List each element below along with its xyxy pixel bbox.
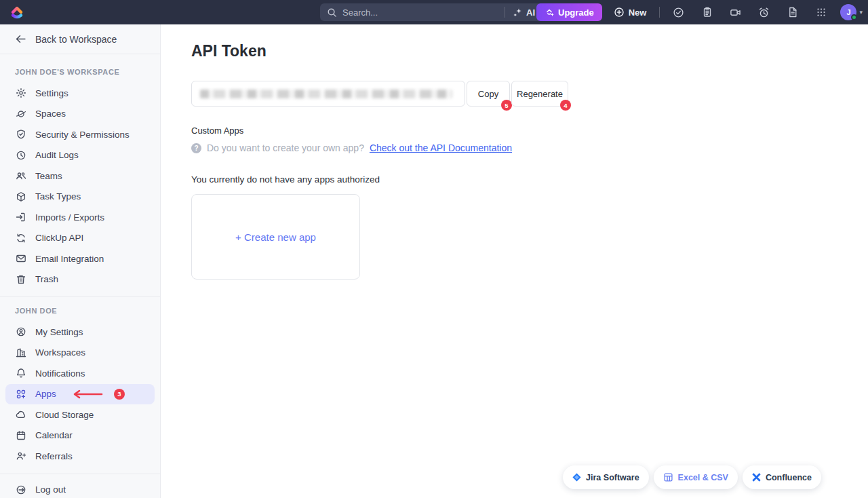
jira-icon bbox=[572, 473, 581, 482]
sidebar-item-label: Apps bbox=[35, 389, 56, 399]
api-token-value-redacted bbox=[200, 90, 452, 98]
sidebar-item-trash[interactable]: Trash bbox=[0, 269, 160, 290]
annotation-badge-5: 5 bbox=[501, 100, 512, 111]
online-status-dot bbox=[851, 14, 857, 20]
confluence-icon bbox=[752, 473, 761, 482]
clipboard-icon[interactable] bbox=[696, 0, 718, 24]
alarm-clock-icon[interactable] bbox=[753, 0, 775, 24]
new-label: New bbox=[629, 7, 647, 18]
sidebar-item-label: Workspaces bbox=[35, 347, 85, 358]
user-section-header: JOHN DOE bbox=[0, 297, 160, 322]
sidebar-item-cloud-storage[interactable]: Cloud Storage bbox=[0, 404, 160, 425]
sidebar-item-label: Task Types bbox=[35, 191, 81, 202]
import-icon bbox=[15, 212, 26, 223]
custom-apps-title: Custom Apps bbox=[191, 126, 868, 136]
sidebar-item-calendar[interactable]: Calendar bbox=[0, 425, 160, 446]
sidebar-item-my-settings[interactable]: My Settings bbox=[0, 322, 160, 343]
sidebar-item-task-types[interactable]: Task Types bbox=[0, 187, 160, 208]
sidebar-item-label: Spaces bbox=[35, 109, 66, 119]
regenerate-button[interactable]: Regenerate 4 bbox=[511, 81, 568, 107]
sidebar-item-settings[interactable]: Settings bbox=[0, 83, 160, 104]
upgrade-button[interactable]: Upgrade bbox=[536, 3, 602, 21]
person-plus-icon bbox=[15, 451, 26, 462]
upgrade-label: Upgrade bbox=[558, 7, 594, 18]
sidebar-item-label: My Settings bbox=[35, 327, 83, 337]
search-input[interactable] bbox=[342, 7, 498, 18]
annotation-arrow-icon bbox=[72, 389, 103, 399]
logout-icon bbox=[15, 484, 26, 495]
sidebar-item-label: Teams bbox=[35, 171, 62, 181]
document-icon[interactable] bbox=[781, 0, 804, 24]
settings-sidebar: Back to Workspace JOHN DOE'S WORKSPACE S… bbox=[0, 24, 161, 498]
no-apps-text: You currently do not have any apps autho… bbox=[191, 174, 868, 185]
confluence-button[interactable]: Confluence bbox=[743, 465, 821, 489]
create-new-app-button[interactable]: + Create new app bbox=[191, 194, 360, 280]
import-shortcut-buttons: Jira Software Excel & CSV Confluence bbox=[563, 465, 821, 489]
sidebar-item-label: Log out bbox=[35, 484, 66, 495]
sidebar-item-apps[interactable]: Apps 3 bbox=[5, 384, 155, 405]
search-bar: AI bbox=[320, 3, 542, 21]
sidebar-item-referrals[interactable]: Referrals bbox=[0, 446, 160, 467]
arrow-left-icon bbox=[15, 33, 26, 45]
new-button[interactable]: New bbox=[608, 3, 652, 21]
back-label: Back to Workspace bbox=[35, 34, 117, 45]
sidebar-item-notifications[interactable]: Notifications bbox=[0, 363, 160, 384]
sidebar-item-label: Cloud Storage bbox=[35, 410, 94, 420]
regenerate-button-label: Regenerate bbox=[517, 89, 563, 99]
spreadsheet-icon bbox=[663, 472, 673, 482]
topbar-divider bbox=[659, 7, 660, 18]
chevron-down-icon: ▾ bbox=[859, 9, 863, 16]
api-token-field[interactable] bbox=[191, 81, 465, 107]
planet-icon bbox=[15, 108, 26, 119]
users-icon bbox=[15, 170, 26, 182]
sidebar-item-security[interactable]: Security & Permissions bbox=[0, 124, 160, 145]
sparkles-icon bbox=[513, 7, 523, 18]
top-bar: AI Upgrade New bbox=[0, 0, 868, 24]
apps-grid-icon bbox=[15, 388, 26, 400]
sidebar-item-clickup-api[interactable]: ClickUp API bbox=[0, 228, 160, 249]
sidebar-item-audit-logs[interactable]: Audit Logs bbox=[0, 145, 160, 166]
annotation-badge-4: 4 bbox=[560, 100, 571, 111]
sidebar-item-label: Notifications bbox=[35, 368, 85, 379]
sidebar-item-label: ClickUp API bbox=[35, 233, 83, 243]
check-circle-icon[interactable] bbox=[667, 0, 690, 24]
annotation-badge-3: 3 bbox=[114, 389, 125, 400]
sidebar-item-label: Referrals bbox=[35, 451, 73, 461]
envelope-icon bbox=[15, 253, 26, 265]
sidebar-item-label: Imports / Exports bbox=[35, 212, 104, 223]
excel-csv-button[interactable]: Excel & CSV bbox=[654, 465, 738, 489]
search-field[interactable] bbox=[320, 3, 505, 21]
api-documentation-link[interactable]: Check out the API Documentation bbox=[370, 142, 512, 153]
sidebar-item-label: Security & Permissions bbox=[35, 130, 130, 140]
pill-label: Confluence bbox=[766, 473, 812, 482]
create-new-app-label: + Create new app bbox=[235, 231, 316, 243]
upgrade-icon bbox=[545, 7, 554, 17]
sidebar-item-teams[interactable]: Teams bbox=[0, 166, 160, 187]
bell-icon bbox=[15, 368, 26, 379]
refresh-icon bbox=[15, 232, 26, 244]
help-row: ? Do you want to create your own app? Ch… bbox=[191, 142, 868, 153]
jira-software-button[interactable]: Jira Software bbox=[563, 465, 649, 489]
sidebar-item-imports-exports[interactable]: Imports / Exports bbox=[0, 207, 160, 228]
help-text: Do you want to create your own app? bbox=[207, 142, 364, 153]
video-camera-icon[interactable] bbox=[724, 0, 747, 24]
sidebar-item-label: Email Integration bbox=[35, 254, 104, 264]
clickup-logo-icon[interactable] bbox=[9, 4, 25, 20]
copy-button[interactable]: Copy 5 bbox=[467, 81, 510, 107]
sidebar-item-label: Audit Logs bbox=[35, 150, 79, 160]
sidebar-item-email-integration[interactable]: Email Integration bbox=[0, 248, 160, 269]
plus-circle-icon bbox=[614, 7, 625, 18]
apps-launcher-icon[interactable] bbox=[810, 0, 832, 24]
sidebar-item-workspaces[interactable]: Workspaces bbox=[0, 343, 160, 364]
search-icon bbox=[327, 7, 337, 18]
buildings-icon bbox=[15, 347, 26, 358]
sidebar-item-spaces[interactable]: Spaces bbox=[0, 104, 160, 125]
ai-label: AI bbox=[526, 7, 535, 18]
copy-button-label: Copy bbox=[478, 89, 498, 99]
trash-icon bbox=[15, 273, 26, 285]
sidebar-item-label: Trash bbox=[35, 274, 58, 284]
pill-label: Jira Software bbox=[586, 473, 639, 482]
user-menu[interactable]: J ▾ bbox=[840, 4, 863, 20]
sidebar-item-logout[interactable]: Log out bbox=[0, 480, 160, 498]
back-to-workspace-button[interactable]: Back to Workspace bbox=[0, 24, 160, 54]
